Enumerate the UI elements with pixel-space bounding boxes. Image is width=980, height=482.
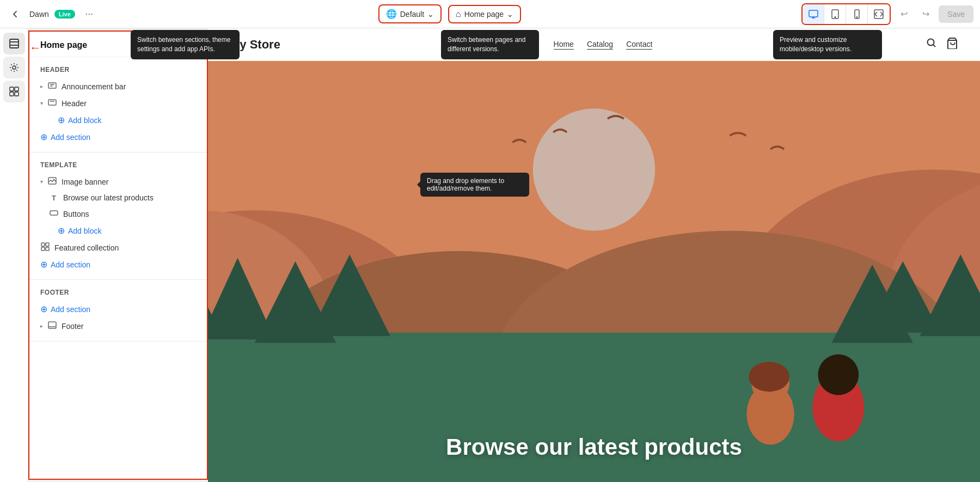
svg-rect-6 [10, 39, 19, 48]
globe-icon: 🌐 [386, 9, 397, 19]
save-button[interactable]: Save [939, 5, 973, 23]
top-bar-left: Dawn Live ··· [7, 5, 98, 23]
announcement-bar-item[interactable]: ▸ Announcement bar [29, 78, 207, 95]
svg-rect-22 [46, 243, 49, 246]
chevron-right-icon: ▸ [40, 323, 43, 329]
footer-add-section[interactable]: ⊕ Add section [29, 301, 207, 318]
svg-rect-23 [41, 247, 45, 251]
page-label: Home page [464, 10, 504, 19]
chevron-down-icon: ▾ [40, 100, 43, 106]
add-section-label: Add section [51, 305, 90, 314]
preview-area: My Store Home Catalog Contact [208, 28, 980, 482]
chevron-right-icon: ▸ [40, 83, 43, 89]
redo-button[interactable]: ↪ [917, 5, 934, 23]
svg-rect-13 [15, 92, 19, 96]
image-banner-item[interactable]: ▾ Image banner [29, 173, 207, 190]
search-icon[interactable] [926, 37, 938, 52]
header-group-title: Header [29, 64, 207, 78]
svg-rect-24 [46, 247, 49, 251]
store-menu: Home Catalog Contact [554, 40, 653, 50]
footer-icon [47, 321, 57, 331]
svg-rect-12 [10, 92, 14, 96]
preview-buttons [801, 3, 891, 25]
svg-rect-17 [48, 100, 56, 105]
page-dropdown[interactable]: ⌂ Home page ⌄ [448, 5, 521, 23]
header-icon [47, 98, 57, 108]
svg-point-50 [749, 362, 789, 392]
template-section-group: Template ▾ Image banner T Browse our lat… [29, 152, 207, 280]
tablet-preview-button[interactable] [824, 4, 846, 24]
back-button[interactable] [7, 5, 24, 23]
add-block-label: Add block [68, 227, 101, 235]
plus-circle-icon: ⊕ [40, 259, 47, 270]
buttons-item[interactable]: Buttons [29, 205, 207, 222]
store-icons [926, 37, 958, 52]
featured-collection-item[interactable]: Featured collection [29, 239, 207, 256]
svg-rect-10 [10, 87, 14, 91]
header-item[interactable]: ▾ Header [29, 95, 207, 112]
footer-group-title: Footer [29, 286, 207, 301]
top-bar: Dawn Live ··· 🌐 Default ⌄ ⌂ Home page ⌄ [0, 0, 980, 28]
top-bar-center: 🌐 Default ⌄ ⌂ Home page ⌄ [378, 4, 521, 23]
plus-circle-icon: ⊕ [40, 304, 47, 314]
hero-text: Browse our latest products [446, 434, 742, 460]
chevron-down-icon: ⌄ [427, 10, 434, 19]
desktop-preview-button[interactable] [803, 4, 824, 24]
home-icon: ⌂ [456, 9, 461, 19]
svg-point-2 [835, 16, 836, 17]
nav-catalog[interactable]: Catalog [587, 40, 613, 50]
more-options-button[interactable]: ··· [81, 5, 98, 23]
top-bar-right: ↩ ↪ Save [801, 3, 973, 25]
header-add-block[interactable]: ⊕ Add block [29, 112, 207, 129]
svg-point-4 [856, 16, 857, 17]
plus-circle-icon: ⊕ [58, 225, 65, 236]
nav-contact[interactable]: Contact [626, 40, 652, 50]
svg-point-9 [13, 66, 16, 69]
hero-section: Browse our latest products [208, 61, 980, 482]
buttons-label: Buttons [63, 210, 89, 218]
mobile-preview-button[interactable] [846, 4, 868, 24]
header-label: Header [62, 99, 87, 108]
chevron-down-icon: ⌄ [507, 10, 513, 19]
main-area: ← Home page Header ▸ Announcement bar ▾ … [0, 28, 980, 482]
store-nav: My Store Home Catalog Contact [208, 28, 980, 61]
embed-preview-button[interactable] [868, 4, 890, 24]
image-banner-label: Image banner [62, 178, 108, 186]
plus-circle-icon: ⊕ [58, 115, 65, 125]
svg-rect-0 [809, 10, 818, 17]
live-badge: Live [54, 10, 75, 19]
template-add-section[interactable]: ⊕ Add section [29, 256, 207, 273]
svg-point-30 [533, 108, 655, 230]
add-section-label: Add section [51, 133, 90, 142]
image-banner-icon [47, 176, 57, 187]
settings-icon-button[interactable] [3, 57, 25, 78]
add-section-label: Add section [51, 260, 90, 269]
sections-icon-button[interactable] [3, 33, 25, 54]
svg-point-52 [818, 355, 859, 395]
svg-rect-25 [48, 322, 56, 328]
blocks-icon-button[interactable] [3, 81, 25, 102]
chevron-down-icon: ▾ [40, 179, 43, 185]
svg-point-27 [927, 39, 934, 46]
sidebar: Home page Header ▸ Announcement bar ▾ He… [28, 30, 208, 480]
footer-item[interactable]: ▸ Footer [29, 318, 207, 334]
icon-bar: ← [0, 28, 28, 482]
nav-home[interactable]: Home [554, 40, 574, 50]
featured-collection-icon [40, 242, 50, 253]
svg-rect-14 [48, 83, 56, 88]
announcement-bar-label: Announcement bar [62, 82, 126, 91]
header-add-section[interactable]: ⊕ Add section [29, 129, 207, 145]
store-name: My Store [230, 38, 280, 52]
default-dropdown[interactable]: 🌐 Default ⌄ [378, 4, 442, 23]
featured-collection-label: Featured collection [54, 243, 119, 252]
header-section-group: Header ▸ Announcement bar ▾ Header ⊕ Add… [29, 57, 207, 152]
svg-rect-20 [50, 211, 58, 215]
undo-button[interactable]: ↩ [895, 5, 912, 23]
cart-icon[interactable] [946, 37, 958, 52]
theme-name: Dawn [29, 10, 49, 19]
browse-products-item[interactable]: T Browse our latest products [29, 190, 207, 205]
announcement-bar-icon [47, 81, 57, 91]
text-icon: T [49, 194, 59, 202]
template-group-title: Template [29, 159, 207, 173]
template-add-block[interactable]: ⊕ Add block [29, 222, 207, 239]
